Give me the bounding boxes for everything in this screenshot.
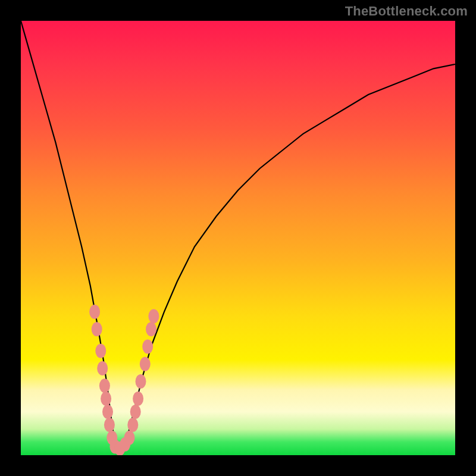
marker-dot [99,378,110,393]
chart-plot-area [21,21,455,455]
marker-dot [127,418,138,432]
marker-dot [124,431,135,445]
marker-dot [136,374,146,389]
bottleneck-curve [21,21,455,451]
curve-group [21,21,455,451]
marker-dot [97,361,108,375]
marker-dot [146,322,156,336]
chart-frame: TheBottleneck.com [0,0,476,476]
marker-dot [101,392,111,406]
marker-dot [104,418,115,432]
chart-svg [21,21,455,455]
watermark-text: TheBottleneck.com [345,4,468,19]
marker-group [89,305,159,455]
marker-dot [95,344,106,358]
marker-dot [89,305,100,319]
marker-dot [148,309,159,323]
marker-dot [140,357,151,371]
marker-dot [133,392,143,406]
marker-dot [102,405,113,419]
marker-dot [130,405,141,419]
marker-dot [142,340,153,354]
marker-dot [92,322,102,336]
